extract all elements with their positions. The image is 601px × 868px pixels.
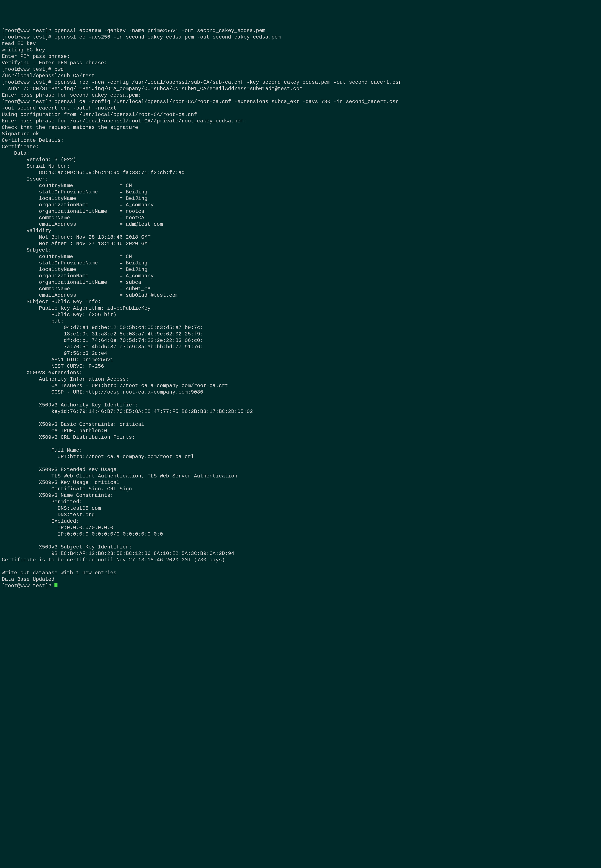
terminal-line: Permitted: [2, 499, 82, 505]
terminal-output[interactable]: [root@www test]# openssl ecparam -genkey… [2, 27, 599, 589]
terminal-line: Not After : Nov 27 13:18:46 2020 GMT [2, 241, 151, 247]
terminal-line: localityName = BeiJing [2, 266, 148, 273]
terminal-prompt[interactable]: [root@www test]# [2, 583, 55, 589]
terminal-line: Data Base Updated [2, 576, 55, 582]
terminal-line: X509v3 CRL Distribution Points: [2, 434, 138, 440]
terminal-line: commonName = sub01_CA [2, 286, 151, 292]
terminal-line: X509v3 Name Constraints: [2, 492, 116, 498]
terminal-line: organizationalUnitName = subca [2, 280, 141, 285]
terminal-line: CA:TRUE, pathlen:0 [2, 428, 107, 434]
terminal-line: Full Name: [2, 447, 82, 453]
terminal-line: X509v3 extensions: [2, 370, 82, 376]
terminal-line: [root@www test]# openssl ec -aes256 -in … [2, 34, 281, 40]
terminal-line: Excluded: [2, 518, 79, 524]
terminal-line: OCSP - URI:http://ocsp.root-ca.a-company… [2, 389, 203, 395]
terminal-line: TLS Web Client Authentication, TLS Web S… [2, 473, 238, 479]
terminal-line: organizationalUnitName = rootca [2, 209, 145, 214]
terminal-line: IP:0:0:0:0:0:0:0:0/0:0:0:0:0:0:0:0 [2, 531, 163, 537]
terminal-line: Using configuration from /usr/local/open… [2, 112, 197, 117]
terminal-line: DNS:test.org [2, 512, 95, 518]
terminal-line: Public-Key: (256 bit) [2, 312, 116, 318]
terminal-line: Authority Information Access: [2, 376, 132, 382]
terminal-line: [root@www test]# openssl req -new -confi… [2, 79, 402, 85]
terminal-line: organizationName = A_company [2, 273, 154, 279]
terminal-line: commonName = rootCA [2, 215, 145, 221]
terminal-line: Not Before: Nov 28 13:18:46 2018 GMT [2, 235, 151, 240]
terminal-line: 7a:70:5e:4b:d5:87:c7:c9:8a:3b:bb:bd:77:9… [2, 344, 203, 350]
terminal-line: 04:d7:e4:9d:be:12:50:5b:c4:05:c3:d5:e7:b… [2, 325, 203, 330]
terminal-line: Serial Number: [2, 163, 70, 169]
terminal-line: keyid:76:79:14:46:B7:7C:E5:8A:E8:47:77:F… [2, 409, 253, 414]
terminal-line: stateOrProvinceName = BeiJing [2, 189, 148, 195]
terminal-line: Issuer: [2, 176, 48, 182]
terminal-line: X509v3 Authority Key Identifier: [2, 402, 141, 408]
terminal-line: [root@www test]# pwd [2, 67, 64, 72]
terminal-line: 97:56:c3:2c:e4 [2, 350, 107, 356]
terminal-line: 18:c1:9b:31:a8:c2:8e:08:a7:4b:9c:62:02:2… [2, 331, 203, 337]
terminal-line: [root@www test]# openssl ecparam -genkey… [2, 28, 265, 34]
terminal-line: -subj /C=CN/ST=BeiJing/L=BeiJing/O=A_com… [2, 86, 302, 92]
terminal-line: Enter pass phrase for second_cakey_ecdsa… [2, 92, 141, 98]
terminal-line: countryName = CN [2, 254, 132, 259]
terminal-line: URI:http://root-ca.a-company.com/root-ca… [2, 454, 194, 460]
terminal-line: 88:40:ac:09:86:09:b6:19:9d:fa:33:71:f2:c… [2, 170, 185, 175]
terminal-line: organizationName = A_company [2, 202, 154, 208]
terminal-line: writing EC key [2, 47, 45, 53]
terminal-line: Write out database with 1 new entries [2, 570, 116, 576]
terminal-line: Signature ok [2, 131, 39, 137]
terminal-line: ASN1 OID: prime256v1 [2, 357, 113, 363]
terminal-line: countryName = CN [2, 183, 132, 189]
terminal-line: NIST CURVE: P-256 [2, 364, 104, 369]
terminal-line: DNS:test05.com [2, 506, 101, 511]
terminal-line: X509v3 Subject Key Identifier: [2, 544, 135, 550]
terminal-line: Enter PEM pass phrase: [2, 53, 70, 59]
terminal-line: Version: 3 (0x2) [2, 157, 76, 163]
terminal-line: -out second_cacert.crt -batch -notext [2, 105, 116, 111]
terminal-line: emailAddress = adm@test.com [2, 221, 163, 227]
terminal-line: read EC key [2, 41, 36, 46]
terminal-line: df:dc:c1:74:64:0e:70:5d:74:22:2e:22:83:0… [2, 338, 203, 343]
terminal-line: Verifying - Enter PEM pass phrase: [2, 60, 107, 66]
terminal-line: pub: [2, 318, 64, 324]
terminal-cursor [55, 583, 58, 587]
terminal-line: X509v3 Key Usage: critical [2, 480, 119, 486]
terminal-line: /usr/local/openssl/sub-CA/test [2, 73, 95, 79]
terminal-line: X509v3 Basic Constraints: critical [2, 422, 145, 427]
terminal-line: Public Key Algorithm: id-ecPublicKey [2, 305, 151, 311]
terminal-line: [root@www test]# openssl ca -config /usr… [2, 99, 399, 105]
terminal-line: Check that the request matches the signa… [2, 125, 138, 130]
terminal-line: Validity [2, 228, 51, 234]
terminal-line: IP:0.0.0.0/0.0.0.0 [2, 525, 113, 531]
terminal-line: 9B:EC:B4:AF:12:B8:23:58:BC:12:86:8A:10:E… [2, 551, 234, 556]
terminal-line: CA Issuers - URI:http://root-ca.a-compan… [2, 383, 228, 388]
terminal-line: localityName = BeiJing [2, 196, 148, 201]
terminal-line: Certificate Details: [2, 137, 64, 143]
terminal-line: Data: [2, 151, 30, 156]
terminal-line: Certificate Sign, CRL Sign [2, 486, 132, 492]
terminal-line: Enter pass phrase for /usr/local/openssl… [2, 118, 247, 124]
terminal-line: stateOrProvinceName = BeiJing [2, 260, 148, 266]
terminal-line: Subject Public Key Info: [2, 299, 101, 305]
terminal-line: Subject: [2, 247, 51, 253]
terminal-line: X509v3 Extended Key Usage: [2, 467, 123, 472]
terminal-line: emailAddress = sub01adm@test.com [2, 292, 178, 298]
terminal-line: Certificate: [2, 144, 39, 150]
terminal-line: Certificate is to be certified until Nov… [2, 557, 225, 563]
